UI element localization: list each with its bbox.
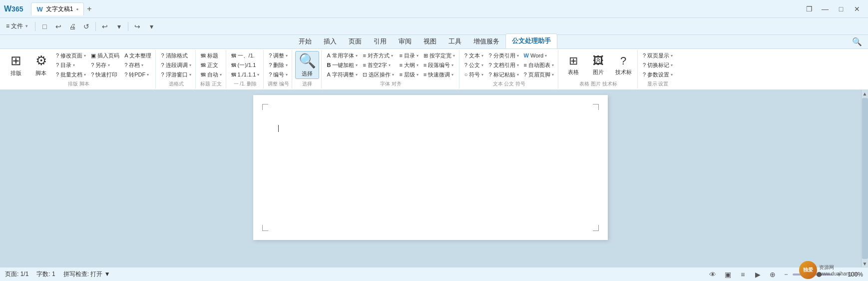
text-organize-btn[interactable]: A 文本整理 xyxy=(122,51,153,60)
globe-icon-btn[interactable]: ⊕ xyxy=(767,268,779,280)
title-btn[interactable]: 𝕸 标题 xyxy=(199,51,224,60)
script-big-button[interactable]: ⚙ 脚本 xyxy=(29,51,53,79)
scroll-down-arrow[interactable]: ▼ xyxy=(862,260,868,267)
spell-check[interactable]: 拼写检查: 打开 ▼ xyxy=(63,270,110,278)
open-icon-btn[interactable]: ↩ xyxy=(52,20,65,33)
scrollbar-right[interactable]: ▲ ▼ xyxy=(861,90,868,267)
undo-arrow-btn[interactable]: ▾ xyxy=(112,20,125,33)
outline-label: 大纲 xyxy=(404,62,415,69)
param-settings-btn[interactable]: ? 参数设置 ▾ xyxy=(641,70,675,79)
print-icon-btn[interactable]: 🖨 xyxy=(66,20,79,33)
tab-official-helper[interactable]: 公文处理助手 xyxy=(505,34,557,48)
tab-review[interactable]: 审阅 xyxy=(393,34,418,48)
indent-btn[interactable]: ≡ 首空2字 ▾ xyxy=(361,60,396,70)
toc2-btn[interactable]: ≡ 目录 ▾ xyxy=(397,51,420,60)
text-cursor-area[interactable] xyxy=(278,125,279,132)
modify-page-btn[interactable]: ? 修改页面 ▾ xyxy=(54,51,88,60)
adjust-btn[interactable]: ? 调整 ▾ xyxy=(267,51,290,60)
add-tab-button[interactable]: + xyxy=(84,4,94,14)
restore-button[interactable]: ❐ xyxy=(802,3,816,15)
category-cite-btn[interactable]: ? 分类引用 ▾ xyxy=(486,51,520,60)
minimize-button[interactable]: — xyxy=(818,3,832,15)
file-menu[interactable]: ≡ 文件 ▼ xyxy=(2,20,32,32)
official-btn[interactable]: ? 公文 ▾ xyxy=(462,60,486,70)
tab-insert[interactable]: 插入 xyxy=(318,34,343,48)
body-btn[interactable]: 𝕸 正文 xyxy=(199,60,224,70)
redo-arrow-btn[interactable]: ▾ xyxy=(145,20,158,33)
body-icon: 𝕸 xyxy=(201,62,206,68)
table-big-button[interactable]: ⊞ 表格 xyxy=(561,51,585,79)
quick-print-btn[interactable]: ? 快速打印 xyxy=(89,70,121,79)
close-button[interactable]: ✕ xyxy=(850,3,864,15)
new-icon-btn[interactable]: □ xyxy=(38,20,51,33)
undo-icon-btn[interactable]: ↩ xyxy=(98,20,111,33)
delete-btn[interactable]: ? 删除 ▾ xyxy=(267,60,290,70)
toc-btn[interactable]: ? 目录 ▾ xyxy=(54,60,88,70)
corner-mark-bl xyxy=(262,225,268,231)
tab-value-service[interactable]: 增值服务 xyxy=(467,34,505,48)
header-footer-btn[interactable]: ? 页眉页脚 ▾ xyxy=(522,70,556,79)
archive-btn[interactable]: ? 存档 ▾ xyxy=(122,60,153,70)
layout1-icon-btn[interactable]: ▣ xyxy=(722,268,734,280)
zoom-minus-btn[interactable]: － xyxy=(782,269,791,280)
auto-chart-btn[interactable]: ≡ 自动图表 ▾ xyxy=(522,60,556,70)
para-num-btn[interactable]: ≡ 段落编号 ▾ xyxy=(422,60,457,70)
document-tab[interactable]: W 文字文稿1 ● xyxy=(31,2,84,16)
tab-view[interactable]: 视图 xyxy=(418,34,442,48)
ribbon-group-adjust: ? 调整 ▾ ? 删除 ▾ ? 编号 ▾ 调整 编号 xyxy=(265,50,292,88)
tab-bar: W 文字文稿1 ● + xyxy=(31,2,802,16)
selection-op-arrow: ▾ xyxy=(392,72,394,77)
level-icon: ≡ xyxy=(399,72,402,78)
to-pdf-btn[interactable]: ? 转PDF ▾ xyxy=(122,70,153,79)
scroll-up-arrow[interactable]: ▲ xyxy=(862,90,868,97)
scroll-thumb[interactable] xyxy=(862,98,868,259)
auto-btn[interactable]: 𝕸 自动 ▾ xyxy=(199,70,224,79)
dual-page-btn[interactable]: ? 双页显示 ▾ xyxy=(641,51,675,60)
char-width-btn[interactable]: ⊞ 按字定宽 ▾ xyxy=(422,51,457,60)
select-big-button[interactable]: 🔍 选择 xyxy=(295,51,319,79)
numbering-code-btn[interactable]: ? 编号 ▾ xyxy=(267,70,290,79)
symbol-btn[interactable]: ○ 符号 ▾ xyxy=(462,70,486,79)
connect-para-btn[interactable]: ? 连段调调 ▾ xyxy=(159,60,193,70)
tab-start[interactable]: 开始 xyxy=(293,34,318,48)
typeset-big-button[interactable]: ⊞ 排版 xyxy=(4,51,28,79)
selection-op-btn[interactable]: ⊡ 选区操作 ▾ xyxy=(361,70,396,79)
float-window-arrow: ▾ xyxy=(189,72,191,77)
page-container[interactable] xyxy=(0,90,861,267)
maximize-button[interactable]: □ xyxy=(834,3,848,15)
insert-page-num-btn[interactable]: ▣ 插入页码 xyxy=(89,51,121,60)
quick-adjust-btn[interactable]: ≡ 快速微调 ▾ xyxy=(422,70,457,79)
tech-std-big-button[interactable]: ? 技术标 xyxy=(611,51,635,79)
outline-btn[interactable]: ≡ 大纲 ▾ xyxy=(397,60,420,70)
mark-paste-btn[interactable]: ? 标记粘贴 ▾ xyxy=(486,70,520,79)
redo-icon-btn[interactable]: ↪ xyxy=(131,20,144,33)
tab-page[interactable]: 页面 xyxy=(343,34,368,48)
clear-format-btn[interactable]: ? 清除格式 xyxy=(159,51,193,60)
batch-docs-arrow: ▾ xyxy=(84,72,86,77)
batch-docs-btn[interactable]: ? 批量文档 ▾ xyxy=(54,70,88,79)
common-font-btn[interactable]: A 常用字体 ▾ xyxy=(325,51,360,60)
text-btn[interactable]: ? 文本 ▾ xyxy=(462,51,486,60)
tab-tools[interactable]: 工具 xyxy=(442,34,467,48)
bold-btn[interactable]: B 一键加粗 ▾ xyxy=(325,60,360,70)
layout2-icon-btn[interactable]: ≡ xyxy=(737,268,749,280)
search-icon-btn[interactable]: 🔍 xyxy=(850,35,864,49)
char-adjust-btn[interactable]: A 字符调整 ▾ xyxy=(325,70,360,79)
char-width-icon: ⊞ xyxy=(424,52,428,59)
num-level1-btn[interactable]: 𝕸 一、/1. xyxy=(229,51,262,60)
history-icon-btn[interactable]: ↺ xyxy=(80,20,93,33)
save-as-btn[interactable]: ? 另存 ▾ xyxy=(89,60,121,70)
tab-reference[interactable]: 引用 xyxy=(368,34,393,48)
play-icon-btn[interactable]: ▶ xyxy=(752,268,764,280)
view-icon-btn[interactable]: 👁 xyxy=(707,268,719,280)
menu-separator-2 xyxy=(95,22,96,31)
level-btn[interactable]: ≡ 层级 ▾ xyxy=(397,70,420,79)
align-btn[interactable]: ≡ 对齐方式 ▾ xyxy=(361,51,396,60)
image-big-button[interactable]: 🖼 图片 xyxy=(586,51,610,79)
float-window-btn[interactable]: ? 浮游窗口 ▾ xyxy=(159,70,193,79)
doc-cite-btn[interactable]: ? 文档引用 ▾ xyxy=(486,60,520,70)
num-level3-btn[interactable]: 𝕸 1./1.1.1 ▾ xyxy=(229,70,262,79)
num-level2-btn[interactable]: 𝕸 (一)/1.1 xyxy=(229,60,262,70)
word-btn[interactable]: W Word ▾ xyxy=(522,51,556,60)
toggle-mark-btn[interactable]: ? 切换标记 ▾ xyxy=(641,60,675,70)
